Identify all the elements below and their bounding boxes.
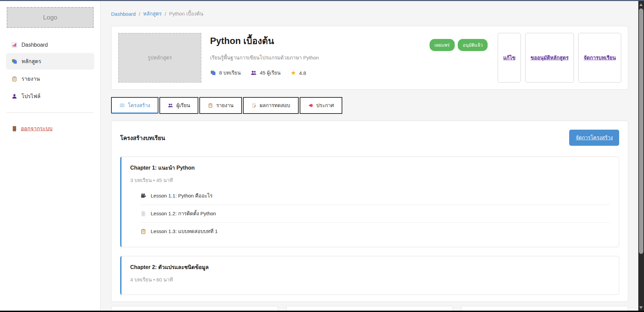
tab-label: รายงาน bbox=[216, 101, 233, 109]
books-icon bbox=[11, 58, 17, 64]
breadcrumb-current: Python เบื้องต้น bbox=[169, 10, 203, 18]
stat-lessons: 8 บทเรียน bbox=[210, 69, 241, 77]
memo-pencil-icon bbox=[251, 103, 257, 108]
stat-rating: ★ 4.8 bbox=[291, 70, 306, 76]
structure-panel: โครงสร้างบทเรียน จัดการโครงสร้าง Chapter… bbox=[111, 121, 628, 302]
main-content: Dashboard / หลักสูตร / Python เบื้องต้น … bbox=[101, 1, 638, 311]
manage-lessons-label: จัดการบทเรียน bbox=[584, 54, 616, 62]
chapter-meta: 3 บทเรียน • 45 นาที bbox=[130, 176, 610, 184]
bottom-card bbox=[286, 306, 453, 311]
edit-course-label: แก้ไข bbox=[503, 54, 515, 62]
sidebar-divider bbox=[7, 113, 94, 113]
bottom-card bbox=[461, 306, 628, 311]
stat-students: 45 ผู้เรียน bbox=[251, 69, 281, 77]
logout-label: ออกจากระบบ bbox=[21, 124, 52, 133]
people-icon bbox=[168, 103, 173, 108]
lesson-row[interactable]: Lesson 1.2: การติดตั้ง Python bbox=[140, 205, 610, 223]
window-bottom-edge bbox=[0, 311, 644, 312]
tab-reports[interactable]: รายงาน bbox=[199, 97, 242, 114]
tab-label: ผลการทดสอบ bbox=[260, 101, 290, 109]
open-book-icon bbox=[119, 103, 125, 108]
bottom-card bbox=[111, 306, 278, 311]
window-top-border bbox=[0, 0, 644, 1]
breadcrumb-link-courses[interactable]: หลักสูตร bbox=[143, 10, 162, 18]
scroll-up-arrow-icon[interactable] bbox=[639, 3, 643, 6]
sidebar-item-dashboard[interactable]: Dashboard bbox=[6, 38, 94, 52]
stat-students-label: 45 ผู้เรียน bbox=[260, 69, 281, 77]
bottom-card-row bbox=[111, 306, 628, 311]
structure-heading: โครงสร้างบทเรียน bbox=[120, 133, 165, 142]
sidebar-item-label: โปรไฟล์ bbox=[21, 92, 41, 100]
tab-students[interactable]: ผู้เรียน bbox=[159, 97, 198, 114]
people-icon bbox=[251, 70, 257, 76]
sidebar-item-label: Dashboard bbox=[21, 42, 48, 48]
logo-label: Logo bbox=[43, 14, 57, 21]
status-badge-approved: อนุมัติแล้ว bbox=[458, 39, 488, 51]
chapter-title: Chapter 1: แนะนำ Python bbox=[130, 164, 610, 172]
breadcrumb-separator: / bbox=[165, 11, 166, 17]
clipboard-icon bbox=[140, 228, 146, 234]
lesson-row[interactable]: Lesson 1.1: Python คืออะไร bbox=[140, 187, 610, 205]
lesson-title: Lesson 1.3: แบบทดสอบบทที่ 1 bbox=[151, 227, 218, 235]
sidebar-item-courses[interactable]: หลักสูตร bbox=[6, 53, 94, 70]
logout-link[interactable]: ออกจากระบบ bbox=[6, 121, 94, 136]
manage-lessons-button[interactable]: จัดการบทเรียน bbox=[578, 33, 621, 83]
app-screen: Logo Dashboard หลักสูตร bbox=[0, 0, 644, 312]
course-stats: 8 บทเรียน 45 ผู้เรียน ★ 4.8 bbox=[210, 69, 421, 77]
chapter-card-1: Chapter 1: แนะนำ Python 3 บทเรียน • 45 น… bbox=[120, 157, 619, 247]
sidebar: Logo Dashboard หลักสูตร bbox=[0, 1, 101, 311]
stat-rating-label: 4.8 bbox=[299, 70, 306, 76]
tab-announcements[interactable]: ประกาศ bbox=[300, 97, 343, 114]
course-actions: แก้ไข ขออนุมัติหลักสูตร จัดการบทเรียน bbox=[498, 33, 621, 83]
scrollbar-thumb[interactable] bbox=[639, 8, 643, 254]
stat-lessons-label: 8 บทเรียน bbox=[219, 69, 241, 77]
breadcrumb: Dashboard / หลักสูตร / Python เบื้องต้น bbox=[111, 10, 628, 18]
star-icon: ★ bbox=[291, 70, 296, 76]
video-camera-icon bbox=[140, 193, 146, 199]
chapter-title: Chapter 2: ตัวแปรและชนิดข้อมูล bbox=[130, 263, 610, 271]
sidebar-item-label: รายงาน bbox=[21, 75, 40, 83]
breadcrumb-link-dashboard[interactable]: Dashboard bbox=[111, 11, 136, 17]
status-badges: เผยแพร่ อนุมัติแล้ว bbox=[430, 33, 488, 83]
sidebar-nav: Dashboard หลักสูตร รา bbox=[0, 38, 100, 104]
request-approval-label: ขออนุมัติหลักสูตร bbox=[531, 54, 568, 62]
course-title: Python เบื้องต้น bbox=[210, 34, 421, 48]
scroll-down-arrow-icon[interactable] bbox=[639, 306, 643, 309]
books-icon bbox=[210, 70, 216, 76]
logo-placeholder: Logo bbox=[7, 7, 94, 28]
course-image-label: รูปหลักสูตร bbox=[148, 54, 172, 62]
sidebar-item-reports[interactable]: รายงาน bbox=[6, 71, 94, 87]
document-icon bbox=[140, 211, 146, 217]
tab-structure[interactable]: โครงสร้าง bbox=[111, 97, 158, 114]
lesson-title: Lesson 1.2: การติดตั้ง Python bbox=[151, 210, 216, 218]
lesson-title: Lesson 1.1: Python คืออะไร bbox=[151, 192, 212, 200]
edit-course-button[interactable]: แก้ไข bbox=[498, 33, 521, 83]
tab-label: โครงสร้าง bbox=[128, 101, 150, 109]
lesson-row[interactable]: Lesson 1.3: แบบทดสอบบทที่ 1 bbox=[140, 223, 610, 240]
clipboard-icon bbox=[11, 76, 17, 82]
megaphone-icon bbox=[308, 103, 313, 108]
tab-label: ประกาศ bbox=[316, 101, 334, 109]
chapter-meta: 4 บทเรียน • 60 นาที bbox=[130, 276, 610, 284]
tab-test-results[interactable]: ผลการทดสอบ bbox=[243, 97, 299, 114]
course-info: Python เบื้องต้น เรียนรู้พื้นฐานการเขียน… bbox=[210, 33, 421, 83]
person-icon bbox=[11, 93, 17, 99]
tab-bar: โครงสร้าง ผู้เรียน รา bbox=[111, 97, 628, 114]
vertical-scrollbar[interactable] bbox=[638, 1, 644, 312]
door-icon bbox=[11, 126, 17, 132]
manage-structure-button[interactable]: จัดการโครงสร้าง bbox=[569, 130, 619, 146]
structure-panel-header: โครงสร้างบทเรียน จัดการโครงสร้าง bbox=[120, 130, 619, 146]
sidebar-item-profile[interactable]: โปรไฟล์ bbox=[6, 88, 94, 104]
course-image-placeholder: รูปหลักสูตร bbox=[118, 33, 201, 83]
course-header-card: รูปหลักสูตร Python เบื้องต้น เรียนรู้พื้… bbox=[111, 26, 628, 90]
bar-chart-icon bbox=[11, 42, 17, 48]
course-description: เรียนรู้พื้นฐานการเขียนโปรแกรมด้วยภาษา P… bbox=[210, 54, 421, 62]
sidebar-item-label: หลักสูตร bbox=[21, 57, 41, 65]
manage-structure-label: จัดการโครงสร้าง bbox=[576, 135, 613, 140]
breadcrumb-separator: / bbox=[139, 11, 140, 17]
request-approval-button[interactable]: ขออนุมัติหลักสูตร bbox=[525, 33, 574, 83]
tab-label: ผู้เรียน bbox=[176, 101, 190, 109]
lesson-list: Lesson 1.1: Python คืออะไร Lesson 1.2: ก… bbox=[140, 187, 610, 240]
chapter-card-2: Chapter 2: ตัวแปรและชนิดข้อมูล 4 บทเรียน… bbox=[120, 256, 619, 295]
status-badge-published: เผยแพร่ bbox=[430, 39, 455, 51]
